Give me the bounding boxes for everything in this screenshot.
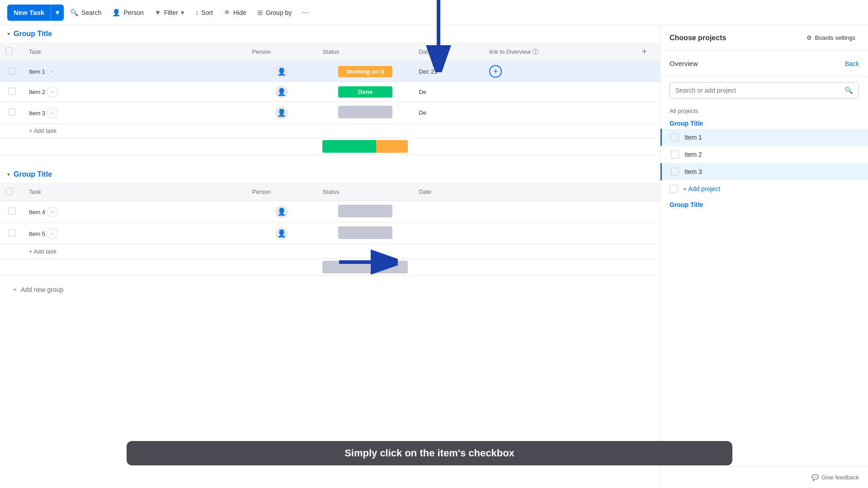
project-group-title-1: Group Title [660,116,868,129]
panel-overview-section: Overview Back [660,51,868,77]
add-project-checkbox[interactable] [670,185,678,193]
search-icon: 🔍 [70,9,79,17]
th-add[interactable]: + [637,42,660,61]
gear-icon: ⚙ [807,34,812,41]
color-bar-row-2 [0,259,660,276]
tooltip-text: Simply click on the item's checkbox [344,447,514,459]
group-1-table: Task Person Status Date [0,42,660,155]
avatar: 👤 [275,65,288,78]
table-row: Item 5 + 👤 [0,223,660,244]
add-person-icon[interactable]: + [47,86,58,97]
main-area: ▾ Group Title Task Perso [0,25,868,488]
filter-button[interactable]: ▼ Filter ▾ [150,6,189,19]
project-label-1: Item 1 [684,134,702,141]
th-link: link to Overview ⓘ [484,42,637,61]
feedback-icon: 💬 [811,474,819,481]
add-person-icon[interactable]: + [47,206,58,217]
add-task-row[interactable]: + Add task [0,124,660,138]
add-person-icon[interactable]: + [47,108,58,118]
color-bar-2 [322,261,408,273]
add-person-icon[interactable]: + [47,66,58,77]
avatar: 👤 [275,206,288,218]
row-checkbox[interactable] [8,67,15,75]
avatar: 👤 [275,227,288,240]
group-2-table: Task Person Status Date Item 4 [0,183,660,276]
row-checkbox[interactable] [8,207,15,215]
table-row: Item 2 + 👤 Done De [0,82,660,102]
avatar: 👤 [275,85,288,98]
group-1-header[interactable]: ▾ Group Title [0,25,660,42]
link-plus-button[interactable]: + [489,65,502,78]
hide-button[interactable]: 👁 Hide [219,6,251,19]
project-group-title-2: Group Title [660,197,868,210]
project-item-1[interactable]: Item 1 [660,129,868,146]
hide-label: Hide [233,9,246,16]
project-checkbox-1[interactable] [671,133,679,141]
item-1-link: + - [484,61,637,82]
new-task-dropdown[interactable]: ▾ [51,5,64,21]
group-2-title: Group Title [14,170,52,178]
tooltip-bar: Simply click on the item's checkbox [127,441,732,465]
group-2-header[interactable]: ▾ Group Title [0,166,660,183]
project-checkbox-2[interactable] [671,150,679,159]
th-task: Task [24,42,247,61]
overview-label: Overview [670,60,698,67]
status-badge: Done [338,86,392,98]
table-header-row: Task Person Status Date [0,183,660,201]
info-icon[interactable]: ⓘ [533,48,538,56]
boards-settings-button[interactable]: ⚙ Boards settings [803,33,859,43]
person-icon: 👤 [112,9,121,17]
group-by-label: Group by [266,9,292,16]
search-input[interactable] [675,87,841,94]
search-button[interactable]: 🔍 Search [66,6,106,19]
panel-header: Choose projects ⚙ Boards settings [660,25,868,51]
overview-item: Overview Back [670,56,859,71]
all-projects-label: All projects [660,104,868,116]
new-task-button[interactable]: New Task ▾ [7,5,64,21]
add-task-row[interactable]: + Add task [0,244,660,259]
header-checkbox[interactable] [5,47,13,55]
table-row: Item 1 + 👤 Working on it Dec 21 + - [0,61,660,82]
project-item-3[interactable]: Item 3 [660,163,868,180]
search-icon: 🔍 [844,86,853,94]
new-task-label[interactable]: New Task [7,5,51,21]
group-by-icon: ⊞ [257,9,263,17]
status-empty [338,106,392,118]
row-checkbox[interactable] [8,88,15,95]
add-group-icon: ＋ [12,286,18,294]
project-label-3: Item 3 [684,168,702,175]
item-1-name: Item 1 + [24,61,247,82]
panel: Choose projects ⚙ Boards settings Overvi… [660,25,868,488]
group-1: ▾ Group Title Task Perso [0,25,660,155]
add-group-button[interactable]: ＋ Add new group [7,283,68,296]
filter-icon: ▼ [155,9,161,16]
table-header-row: Task Person Status Date [0,42,660,61]
give-feedback-button[interactable]: 💬 Give feedback [807,471,863,483]
th-status: Status [317,42,413,61]
add-project-item[interactable]: + Add project [660,180,868,197]
group-2-chevron: ▾ [7,171,10,178]
row-checkbox[interactable] [8,108,15,116]
status-badge: Working on it [338,66,392,77]
project-checkbox-3[interactable] [671,168,679,176]
search-box: 🔍 [670,82,859,99]
panel-title: Choose projects [670,34,726,42]
more-button[interactable]: ··· [298,5,312,20]
row-checkbox[interactable] [8,229,15,236]
project-item-2[interactable]: Item 2 [660,146,868,163]
person-button[interactable]: 👤 Person [108,6,148,19]
sort-label: Sort [201,9,213,16]
header-checkbox[interactable] [5,188,13,195]
link-dash: - [505,68,506,75]
back-button[interactable]: Back [845,60,859,67]
group-by-button[interactable]: ⊞ Group by [253,6,297,19]
add-person-icon[interactable]: + [47,228,58,239]
filter-label: Filter [164,9,178,16]
status-empty [338,226,392,239]
panel-scrollable: All projects Group Title Item 1 Item 2 I… [660,104,868,466]
sort-button[interactable]: ↕ Sort [191,6,217,19]
sort-icon: ↕ [195,9,199,16]
th-person: Person [247,42,317,61]
status-empty [338,205,392,217]
group-1-title: Group Title [14,30,52,38]
